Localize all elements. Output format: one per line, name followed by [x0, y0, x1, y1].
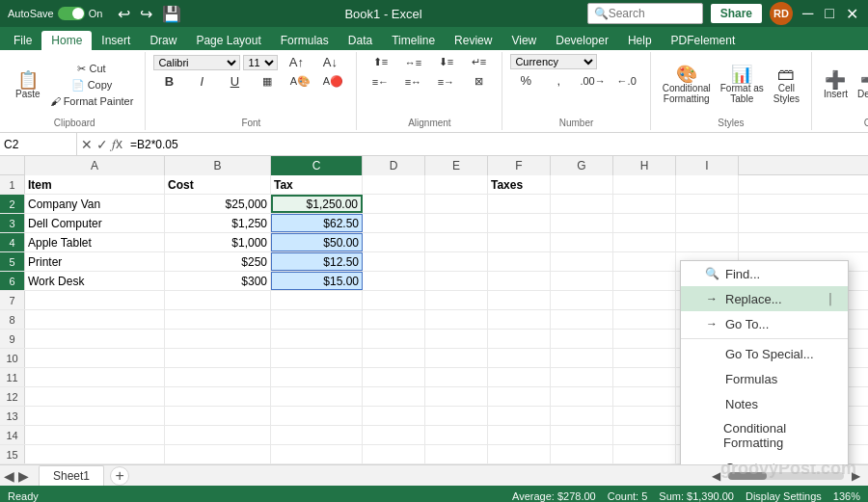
dropdown-item-replace[interactable]: → Replace... │ — [681, 286, 848, 311]
comma-button[interactable]: , — [543, 72, 574, 89]
autosave-track[interactable] — [58, 7, 85, 20]
cut-button[interactable]: ✂ Cut — [46, 62, 138, 76]
horizontal-scrollbar[interactable] — [728, 472, 844, 480]
decrease-decimal-button[interactable]: ←.0 — [611, 72, 642, 89]
cell-c2[interactable]: $1,250.00 — [271, 195, 363, 213]
cell-e3[interactable] — [425, 214, 488, 232]
cell-h7[interactable] — [613, 291, 676, 309]
sheet-nav-left[interactable]: ◀ — [4, 468, 14, 484]
font-color-button[interactable]: A🔴 — [317, 73, 348, 90]
cell-d6[interactable] — [363, 272, 425, 290]
sheet-tab-sheet1[interactable]: Sheet1 — [39, 465, 104, 486]
cell-a3[interactable]: Dell Computer — [25, 214, 165, 232]
cell-f5[interactable] — [488, 252, 551, 271]
tab-developer[interactable]: Developer — [546, 31, 618, 50]
font-size-select[interactable]: 11 — [243, 55, 278, 70]
undo-button[interactable]: ↩ — [116, 5, 132, 23]
col-header-f[interactable]: F — [488, 156, 551, 175]
tab-timeline[interactable]: Timeline — [382, 31, 445, 50]
cell-g5[interactable] — [551, 252, 613, 271]
cell-g7[interactable] — [551, 291, 613, 309]
cell-d7[interactable] — [363, 291, 425, 309]
cell-b7[interactable] — [165, 291, 271, 309]
cell-e6[interactable] — [425, 272, 488, 290]
col-header-c[interactable]: C — [271, 156, 363, 175]
cell-g6[interactable] — [551, 272, 613, 290]
save-button[interactable]: 💾 — [160, 5, 183, 23]
align-bottom-button[interactable]: ⬇≡ — [430, 54, 461, 70]
cell-i2[interactable] — [676, 195, 739, 213]
cell-b6[interactable]: $300 — [165, 272, 271, 290]
cell-e4[interactable] — [425, 233, 488, 251]
redo-button[interactable]: ↪ — [138, 5, 154, 23]
cell-b3[interactable]: $1,250 — [165, 214, 271, 232]
cell-b4[interactable]: $1,000 — [165, 233, 271, 251]
align-middle-button[interactable]: ↔≡ — [397, 54, 428, 70]
cell-g2[interactable] — [551, 195, 613, 213]
share-button[interactable]: Share — [711, 4, 762, 23]
dropdown-item-goto[interactable]: → Go To... — [681, 311, 848, 336]
cell-g1[interactable] — [551, 175, 613, 194]
cell-g4[interactable] — [551, 233, 613, 251]
cell-f7[interactable] — [488, 291, 551, 309]
cell-i3[interactable] — [676, 214, 739, 232]
name-box[interactable]: C2 — [0, 133, 77, 155]
percent-button[interactable]: % — [510, 72, 541, 89]
cell-a2[interactable]: Company Van — [25, 195, 165, 213]
tab-data[interactable]: Data — [339, 31, 382, 50]
align-center-button[interactable]: ≡↔ — [397, 73, 428, 90]
cell-a5[interactable]: Printer — [25, 252, 165, 271]
col-header-i[interactable]: I — [676, 156, 739, 175]
font-shrink-button[interactable]: A↓ — [314, 54, 345, 70]
tab-pdfelement[interactable]: PDFelement — [662, 31, 746, 50]
tab-view[interactable]: View — [502, 31, 546, 50]
cell-e1[interactable] — [425, 175, 488, 194]
col-header-h[interactable]: H — [613, 156, 676, 175]
format-as-table-button[interactable]: 📊 Format asTable — [717, 64, 768, 106]
cell-c8[interactable] — [271, 310, 363, 329]
cell-h2[interactable] — [613, 195, 676, 213]
border-button[interactable]: ▦ — [252, 73, 283, 90]
cell-a7[interactable] — [25, 291, 165, 309]
cell-c1[interactable]: Tax — [271, 175, 363, 194]
scroll-right-icon[interactable]: ▶ — [852, 469, 860, 483]
cell-h4[interactable] — [613, 233, 676, 251]
close-button[interactable]: ✕ — [844, 5, 860, 23]
paste-button[interactable]: 📋 Paste — [12, 69, 44, 101]
col-header-d[interactable]: D — [363, 156, 425, 175]
cell-f1[interactable]: Taxes — [488, 175, 551, 194]
cell-d2[interactable] — [363, 195, 425, 213]
insert-button[interactable]: ➕ Insert — [820, 69, 852, 101]
cell-b8[interactable] — [165, 310, 271, 329]
insert-function-icon[interactable]: 𝑓x — [112, 136, 122, 152]
tab-review[interactable]: Review — [445, 31, 502, 50]
align-left-button[interactable]: ≡← — [365, 73, 395, 90]
cell-b5[interactable]: $250 — [165, 252, 271, 271]
tab-formulas[interactable]: Formulas — [271, 31, 339, 50]
fill-color-button[interactable]: A🎨 — [285, 73, 315, 90]
tab-home[interactable]: Home — [41, 31, 92, 50]
align-right-button[interactable]: ≡→ — [430, 73, 461, 90]
copy-button[interactable]: 📄 Copy — [46, 78, 138, 92]
cell-d5[interactable] — [363, 252, 425, 271]
bold-button[interactable]: B — [153, 73, 184, 90]
cell-f3[interactable] — [488, 214, 551, 232]
cancel-formula-icon[interactable]: ✕ — [81, 137, 93, 152]
font-grow-button[interactable]: A↑ — [281, 54, 312, 70]
cell-d3[interactable] — [363, 214, 425, 232]
zoom-level[interactable]: 136% — [833, 490, 860, 502]
cell-h6[interactable] — [613, 272, 676, 290]
cell-d1[interactable] — [363, 175, 425, 194]
cell-a8[interactable] — [25, 310, 165, 329]
maximize-button[interactable]: □ — [823, 5, 836, 22]
formula-input[interactable] — [126, 138, 868, 151]
display-settings[interactable]: Display Settings — [746, 490, 822, 502]
cell-a6[interactable]: Work Desk — [25, 272, 165, 290]
underline-button[interactable]: U — [219, 73, 250, 90]
tab-file[interactable]: File — [4, 31, 41, 50]
tab-draw[interactable]: Draw — [140, 31, 186, 50]
cell-f2[interactable] — [488, 195, 551, 213]
cell-b1[interactable]: Cost — [165, 175, 271, 194]
cell-f4[interactable] — [488, 233, 551, 251]
cell-c3[interactable]: $62.50 — [271, 214, 363, 232]
